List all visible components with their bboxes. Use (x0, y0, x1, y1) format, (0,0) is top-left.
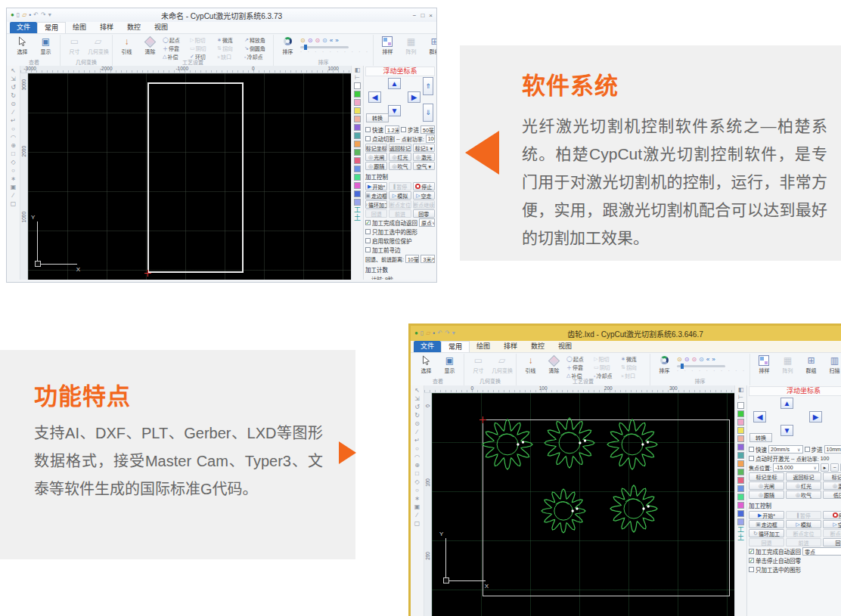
sort-mini-icon[interactable]: ⊙ (308, 37, 313, 44)
panel-button[interactable]: ▣走边框 (365, 191, 387, 200)
layer-tool-icon[interactable]: 工 (354, 207, 361, 213)
draw-tool-icon[interactable]: ▣ (11, 184, 17, 190)
ribbon-button[interactable]: 排样 (753, 354, 775, 374)
dropdown[interactable]: 10mm∨ (824, 445, 841, 453)
draw-tool-icon[interactable]: ↻ (11, 93, 16, 99)
draw-tool-icon[interactable]: ◠ (414, 454, 420, 460)
simulate-button[interactable]: ▷模拟 (786, 520, 821, 528)
strip-icon[interactable]: ◧ (355, 67, 361, 73)
start-button[interactable]: ▶开始* (365, 182, 387, 190)
ribbon-button[interactable]: 选择 (11, 36, 33, 55)
sort-slider[interactable] (300, 46, 349, 48)
checkbox[interactable]: 只加工选中的图形 (749, 565, 801, 574)
stop-button[interactable]: 停止 (823, 511, 841, 519)
strip-icon[interactable]: ⊢ (738, 395, 743, 401)
panel-button[interactable]: 空气 ▾ (413, 162, 435, 170)
checkbox[interactable]: 启用软限位保护 (365, 237, 412, 245)
panel-button[interactable]: ↻循环加工 (365, 200, 387, 209)
tab-1[interactable]: 文件 (414, 341, 441, 352)
jog-right-button[interactable]: ▶ (408, 91, 420, 103)
ribbon-button[interactable]: 排样 (377, 36, 399, 55)
mini-button[interactable]: ⇅拐向 (621, 364, 647, 371)
draw-tool-icon[interactable]: ⊕ (414, 463, 420, 469)
checkbox[interactable]: 只加工选中的图形 (365, 228, 417, 236)
ribbon-button[interactable]: ▣显示 (35, 36, 57, 55)
checkbox[interactable]: 快速 (365, 125, 383, 134)
draw-tool-icon[interactable]: ∕ (13, 110, 14, 116)
draw-tool-icon[interactable]: ▢ (11, 201, 17, 207)
draw-tool-icon[interactable]: ◇ (11, 159, 15, 166)
toggle-button[interactable]: ◎跟随 (365, 162, 387, 170)
draw-tool-icon[interactable]: ◇ (414, 479, 419, 485)
layer-swatch[interactable] (354, 149, 361, 156)
mini-button[interactable]: ▸ (821, 463, 829, 472)
draw-tool-icon[interactable]: ⇲ (11, 76, 16, 82)
layer-swatch[interactable] (737, 502, 744, 509)
jog-mode-button[interactable]: 转换 (366, 113, 389, 122)
panel-button[interactable]: 回零 (823, 538, 841, 546)
sort-button[interactable]: 排序 (277, 36, 299, 55)
tab-1[interactable]: 文件 (10, 22, 37, 33)
layer-swatch[interactable] (354, 174, 361, 181)
jog-mode-button[interactable]: 转换 (749, 433, 772, 442)
draw-tool-icon[interactable]: ↵ (414, 438, 420, 444)
mini-button[interactable]: ⇅拐向 (217, 45, 243, 52)
sort-button[interactable]: 排序 (653, 354, 675, 374)
toggle-button[interactable]: ◎光闸 (749, 481, 784, 490)
checkbox[interactable]: 步进 (805, 445, 823, 453)
layer-swatch[interactable] (737, 435, 744, 442)
stop-button[interactable]: 停止 (413, 182, 435, 190)
checkbox[interactable]: 快速 (749, 445, 767, 453)
checkbox[interactable]: 加工前寻边 (365, 246, 401, 254)
draw-tool-icon[interactable]: ↖ (414, 388, 420, 394)
layer-swatch[interactable] (737, 427, 744, 434)
layer-swatch[interactable] (354, 82, 361, 89)
ribbon-button[interactable]: ▣显示 (439, 354, 461, 374)
sort-mini-icon[interactable]: ⊙ (315, 37, 320, 44)
mini-button[interactable]: ▷阳切 (594, 355, 619, 363)
layer-swatch[interactable] (737, 402, 744, 409)
drawing-canvas[interactable]: YX (432, 393, 734, 616)
toggle-button[interactable]: ◎吹气 (786, 491, 821, 499)
jog-up-button[interactable]: ▲ (388, 78, 401, 89)
dropdown[interactable]: 零点∨ (802, 547, 841, 556)
ribbon-button[interactable]: 清除 (139, 36, 161, 55)
strip-icon[interactable]: ◧ (738, 387, 744, 393)
dropdown[interactable]: 3米/分∨ (420, 255, 435, 263)
draw-tool-icon[interactable]: ⊙ (414, 421, 420, 427)
panel-button[interactable]: 返回标记 (786, 472, 821, 481)
sort-mini-icon[interactable]: ⊙ (691, 356, 697, 363)
layer-swatch[interactable] (354, 157, 361, 164)
sort-mini-icon[interactable]: ⊙ (300, 37, 306, 44)
tab-4[interactable]: 排样 (93, 22, 120, 33)
tab-6[interactable]: 视图 (147, 22, 175, 33)
sort-mini-icon[interactable]: « (330, 37, 333, 44)
panel-button[interactable]: ↻循环加工 (749, 529, 784, 537)
toggle-button[interactable]: ◎吹气 (389, 162, 411, 170)
mini-button[interactable]: ▭阴切 (594, 364, 619, 371)
dropdown[interactable]: 100%∨ (426, 135, 435, 143)
sort-mini-icon[interactable]: « (706, 356, 709, 363)
tab-5[interactable]: 数控 (524, 341, 551, 352)
ribbon-button[interactable]: ⊞群组 (800, 354, 822, 374)
mini-button[interactable]: ▭阴切 (190, 45, 216, 52)
draw-tool-icon[interactable]: ▣ (414, 504, 420, 510)
draw-tool-icon[interactable]: □ (415, 471, 419, 477)
draw-tool-icon[interactable]: ∕ (417, 429, 417, 435)
start-button[interactable]: ▶开始* (749, 511, 784, 519)
ribbon-button[interactable]: 清除 (543, 354, 565, 374)
ribbon-button[interactable]: ↓引线 (116, 36, 138, 55)
layer-swatch[interactable] (737, 477, 744, 484)
dropdown[interactable]: 10毫∨ (405, 255, 420, 263)
jog-left-button[interactable]: ◀ (368, 91, 381, 103)
ribbon-button[interactable]: 选择 (415, 354, 437, 374)
draw-tool-icon[interactable]: ○ (415, 488, 419, 494)
simulate-button[interactable]: ▷空走 (413, 191, 435, 200)
draw-tool-icon[interactable]: ↻ (414, 413, 420, 419)
panel-button[interactable]: ▣走边框 (749, 520, 784, 528)
mini-button[interactable]: ↗释放角 (244, 36, 270, 44)
ribbon-button[interactable]: ↓引线 (520, 354, 542, 374)
window-button[interactable]: □ (420, 12, 424, 19)
draw-tool-icon[interactable]: ⊙ (11, 101, 16, 107)
draw-tool-icon[interactable]: ∗ (414, 496, 420, 502)
